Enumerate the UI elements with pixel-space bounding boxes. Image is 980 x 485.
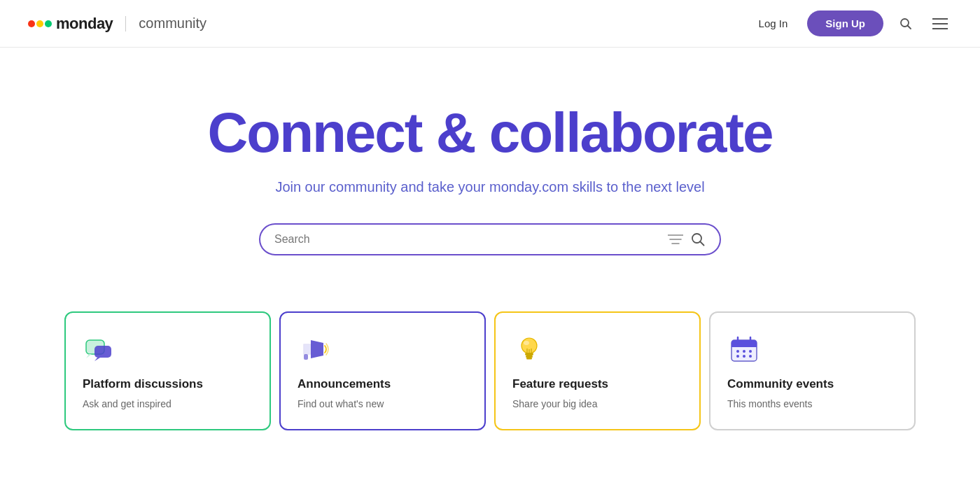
card-community-events-subtitle: This months events xyxy=(727,398,897,409)
svg-point-33 xyxy=(736,355,739,358)
card-feature-requests[interactable]: Feature requests Share your big idea xyxy=(494,311,701,430)
cards-section: Platform discussions Ask and get inspire… xyxy=(0,297,980,458)
logo-area: monday community xyxy=(28,15,206,33)
svg-point-30 xyxy=(736,350,739,353)
card-community-events[interactable]: Community events This months events xyxy=(709,311,916,430)
card-community-events-title: Community events xyxy=(727,377,897,391)
feature-requests-icon xyxy=(512,332,546,366)
monday-logo[interactable]: monday xyxy=(28,15,113,33)
dot-red xyxy=(28,20,35,27)
card-platform-discussions-subtitle: Ask and get inspired xyxy=(83,398,253,409)
header: monday community Log In Sign Up xyxy=(0,0,980,48)
card-feature-requests-title: Feature requests xyxy=(512,377,682,391)
svg-rect-20 xyxy=(526,356,533,358)
search-submit-icon xyxy=(690,232,706,247)
card-announcements-subtitle: Find out what's new xyxy=(298,398,468,409)
announcements-icon xyxy=(298,332,331,366)
logo-community-text: community xyxy=(139,15,206,31)
signup-button[interactable]: Sign Up xyxy=(807,10,883,36)
svg-marker-13 xyxy=(86,354,92,358)
svg-point-32 xyxy=(749,350,752,353)
card-platform-discussions-title: Platform discussions xyxy=(83,377,253,391)
hero-subtitle: Join our community and take your monday.… xyxy=(275,179,704,195)
search-header-icon xyxy=(899,17,913,31)
svg-rect-19 xyxy=(525,353,533,356)
svg-rect-21 xyxy=(526,358,532,360)
svg-point-31 xyxy=(743,350,746,353)
svg-point-34 xyxy=(743,355,746,358)
hero-section: Connect & collaborate Join our community… xyxy=(0,48,980,297)
card-announcements-title: Announcements xyxy=(298,377,468,391)
hamburger-icon xyxy=(932,17,948,30)
svg-marker-15 xyxy=(311,340,323,358)
dot-yellow xyxy=(36,20,43,27)
svg-marker-12 xyxy=(94,358,100,361)
svg-marker-14 xyxy=(304,344,311,354)
svg-rect-27 xyxy=(732,344,757,347)
search-header-button[interactable] xyxy=(895,13,917,35)
logo-divider xyxy=(125,16,126,31)
filter-icon xyxy=(668,233,683,246)
card-feature-requests-subtitle: Share your big idea xyxy=(512,398,682,409)
dot-green xyxy=(45,20,52,27)
search-input[interactable] xyxy=(274,233,661,246)
svg-point-18 xyxy=(524,341,529,345)
logo-monday-text: monday xyxy=(56,15,113,33)
svg-rect-11 xyxy=(94,346,111,358)
svg-line-9 xyxy=(700,241,704,246)
search-submit-button[interactable] xyxy=(690,232,706,247)
card-announcements[interactable]: Announcements Find out what's new xyxy=(279,311,486,430)
hero-title: Connect & collaborate xyxy=(207,104,772,162)
card-platform-discussions[interactable]: Platform discussions Ask and get inspire… xyxy=(64,311,271,430)
search-bar xyxy=(259,223,721,255)
header-nav: Log In Sign Up xyxy=(750,10,952,36)
login-button[interactable]: Log In xyxy=(750,12,797,35)
svg-point-35 xyxy=(749,355,752,358)
svg-line-1 xyxy=(908,25,911,29)
svg-rect-16 xyxy=(304,354,308,360)
platform-discussions-icon xyxy=(83,332,116,366)
logo-dots xyxy=(28,20,52,27)
menu-button[interactable] xyxy=(928,13,952,34)
community-events-icon xyxy=(727,332,761,366)
